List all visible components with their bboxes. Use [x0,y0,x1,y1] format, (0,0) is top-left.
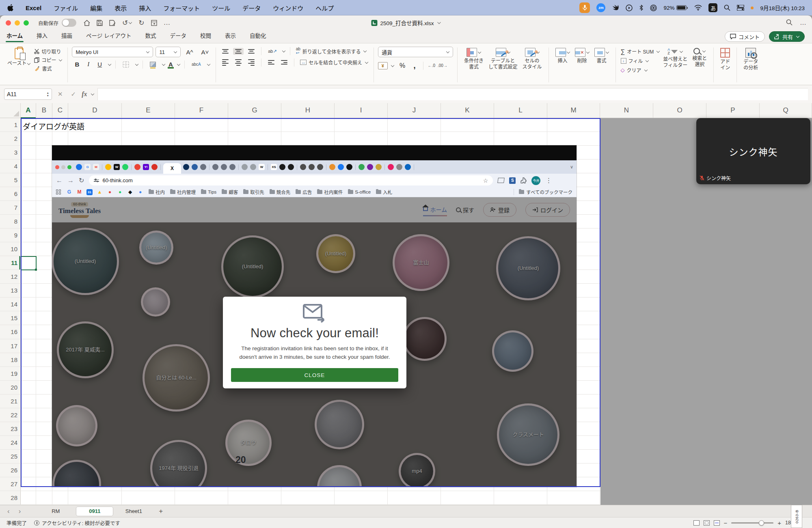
conditional-formatting-button[interactable]: 条件付き 書式 [462,47,486,71]
font-color-chevron[interactable] [177,62,180,65]
merge-center-button[interactable]: ↔ セルを結合して中央揃え [299,58,369,66]
zoom-out-button[interactable]: − [724,519,728,526]
sheet-tab-Sheet1[interactable]: Sheet1 [115,506,152,516]
align-top-button[interactable] [220,48,231,55]
increase-indent-button[interactable] [279,59,289,66]
menu-item-6[interactable]: ツール [212,4,230,12]
row-header-28[interactable]: 28 [0,491,21,504]
column-header-P[interactable]: P [706,103,760,118]
sheet-next-button[interactable]: › [15,507,24,515]
column-header-B[interactable]: B [36,103,52,118]
zoom-slider-knob[interactable] [759,520,764,526]
number-format-select[interactable]: 通貨 [378,47,453,57]
zoom-percent[interactable]: 18 [785,520,791,526]
name-box[interactable]: A11 ▲▼ [4,88,52,100]
ribbon-tab-挿入[interactable]: 挿入 [36,29,48,43]
format-cells-button[interactable]: 書式 [592,47,611,65]
row-header-9[interactable]: 9 [0,228,21,242]
row-header-16[interactable]: 16 [0,325,21,338]
ribbon-tab-表示[interactable]: 表示 [224,29,237,43]
row-header-12[interactable]: 12 [0,270,21,283]
swift-bird-icon[interactable] [612,4,619,11]
menu-item-9[interactable]: ヘルプ [315,4,334,12]
normal-view-button[interactable] [693,520,700,526]
spotlight-search-icon[interactable] [724,4,730,11]
column-header-H[interactable]: H [281,103,335,118]
sheet-tab-0911[interactable]: 0911 [76,506,113,516]
data-analysis-button[interactable]: データ の分析 [741,47,760,72]
column-header-F[interactable]: F [175,103,228,118]
italic-button[interactable]: I [84,60,92,69]
row-header-4[interactable]: 4 [0,159,21,173]
column-header-A[interactable]: A [21,103,36,118]
underline-button[interactable]: U [95,60,105,69]
bluetooth-icon[interactable] [639,4,644,11]
increase-decimal-button[interactable]: ←.0 [428,63,435,68]
airplay-icon[interactable] [650,4,657,11]
align-bottom-button[interactable] [246,48,257,55]
row-header-18[interactable]: 18 [0,353,21,366]
row-header-10[interactable]: 10 [0,242,21,256]
row-header-19[interactable]: 19 [0,367,21,380]
column-header-K[interactable]: K [441,103,494,118]
select-all-corner[interactable] [0,103,21,118]
name-box-spinner[interactable]: ▲▼ [47,91,49,97]
workbook-stats-button[interactable] [151,20,157,26]
title-menu-chevron[interactable] [437,21,441,24]
save-button[interactable] [97,20,103,26]
zoom-window-button[interactable] [24,20,29,26]
column-header-L[interactable]: L [494,103,547,118]
fill-color-chevron[interactable] [162,62,165,65]
menu-item-2[interactable]: 編集 [90,4,102,12]
ime-input-icon[interactable]: あ [708,3,717,12]
format-as-table-button[interactable]: テーブルと して書式設定 [486,47,520,71]
row-header-6[interactable]: 6 [0,187,21,200]
menu-datetime[interactable]: 9月18日(木) 10:23 [760,4,805,12]
find-select-button[interactable]: 検索と 選択 [690,47,709,69]
row-header-25[interactable]: 25 [0,450,21,463]
bold-button[interactable]: B [72,60,82,69]
row-header-26[interactable]: 26 [0,463,21,477]
add-sheet-button[interactable]: + [155,507,167,515]
increase-font-button[interactable]: A^ [183,48,196,56]
column-header-Q[interactable]: Q [760,103,812,118]
copy-button[interactable]: コピー [33,56,63,64]
control-center-icon[interactable] [737,5,744,11]
underline-menu-chevron[interactable] [108,62,111,65]
sheet-prev-button[interactable]: ‹ [4,507,13,515]
row-header-2[interactable]: 2 [0,132,21,145]
more-commands-button[interactable]: … [164,19,171,27]
formula-input[interactable] [97,88,808,100]
insert-function-icon[interactable]: fx [82,91,87,98]
zoom-app-icon[interactable]: zm [596,3,605,12]
row-header-20[interactable]: 20 [0,381,21,394]
apple-logo-icon[interactable] [7,4,13,11]
page-break-view-button[interactable] [714,520,720,526]
autosave-toggle[interactable] [62,19,76,27]
share-button[interactable]: 共有 [769,31,805,42]
row-header-27[interactable]: 27 [0,477,21,491]
zoom-video-overlay[interactable]: シンク神矢 シンク神矢 [696,118,810,184]
column-header-E[interactable]: E [122,103,175,118]
column-header-C[interactable]: C [52,103,68,118]
percent-style-button[interactable]: % [397,61,408,70]
menu-item-4[interactable]: 挿入 [139,4,151,12]
confirm-entry-icon[interactable]: ✓ [69,91,79,98]
menu-item-7[interactable]: データ [242,4,261,12]
microphone-status-icon[interactable] [579,2,590,13]
ribbon-tab-描画[interactable]: 描画 [60,29,73,43]
row-header-14[interactable]: 14 [0,297,21,311]
cancel-entry-icon[interactable]: ✕ [55,91,65,98]
wifi-icon[interactable] [694,5,702,11]
column-header-O[interactable]: O [653,103,706,118]
menu-item-5[interactable]: フォーマット [163,4,200,12]
ribbon-tab-ホーム[interactable]: ホーム [6,29,24,43]
menu-item-app[interactable]: Excel [26,4,41,11]
column-header-I[interactable]: I [335,103,388,118]
fx-chevron[interactable] [91,92,94,95]
ribbon-tab-ページ レイアウト[interactable]: ページ レイアウト [85,29,132,43]
ribbon-tab-数式[interactable]: 数式 [145,29,157,43]
align-middle-button[interactable] [233,48,244,55]
column-header-M[interactable]: M [547,103,600,118]
row-header-17[interactable]: 17 [0,339,21,353]
